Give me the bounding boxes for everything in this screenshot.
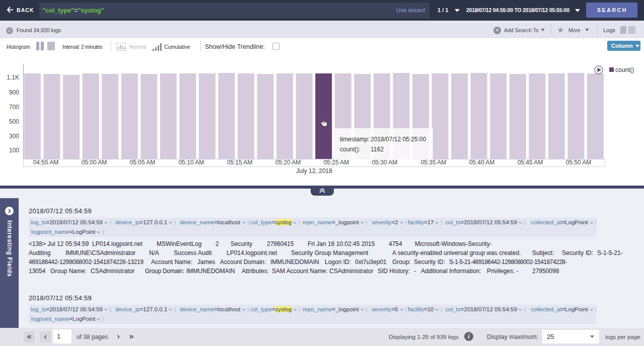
- svg-text:100: 100: [9, 147, 19, 154]
- svg-text:05:50 AM: 05:50 AM: [566, 159, 592, 166]
- svg-text:05:45 AM: 05:45 AM: [518, 159, 543, 166]
- svg-text:05:35 AM: 05:35 AM: [421, 159, 447, 166]
- svg-text:05:30 AM: 05:30 AM: [372, 159, 398, 166]
- svg-text:05:00 AM: 05:00 AM: [82, 159, 107, 166]
- svg-text:05:05 AM: 05:05 AM: [130, 159, 156, 166]
- svg-text:July 12, 2018: July 12, 2018: [296, 167, 332, 175]
- svg-text:700: 700: [9, 104, 19, 111]
- svg-text:05:20 AM: 05:20 AM: [275, 159, 301, 166]
- svg-text:05:15 AM: 05:15 AM: [227, 159, 253, 166]
- svg-text:500: 500: [9, 118, 19, 125]
- svg-text:04:55 AM: 04:55 AM: [33, 159, 59, 166]
- svg-text:300: 300: [9, 133, 19, 140]
- svg-text:05:25 AM: 05:25 AM: [324, 159, 349, 166]
- svg-text:1.1K: 1.1K: [7, 74, 19, 81]
- svg-text:900: 900: [9, 89, 19, 96]
- svg-text:count(): count(): [615, 66, 634, 73]
- svg-text:05:10 AM: 05:10 AM: [179, 159, 204, 166]
- svg-text:05:40 AM: 05:40 AM: [469, 159, 495, 166]
